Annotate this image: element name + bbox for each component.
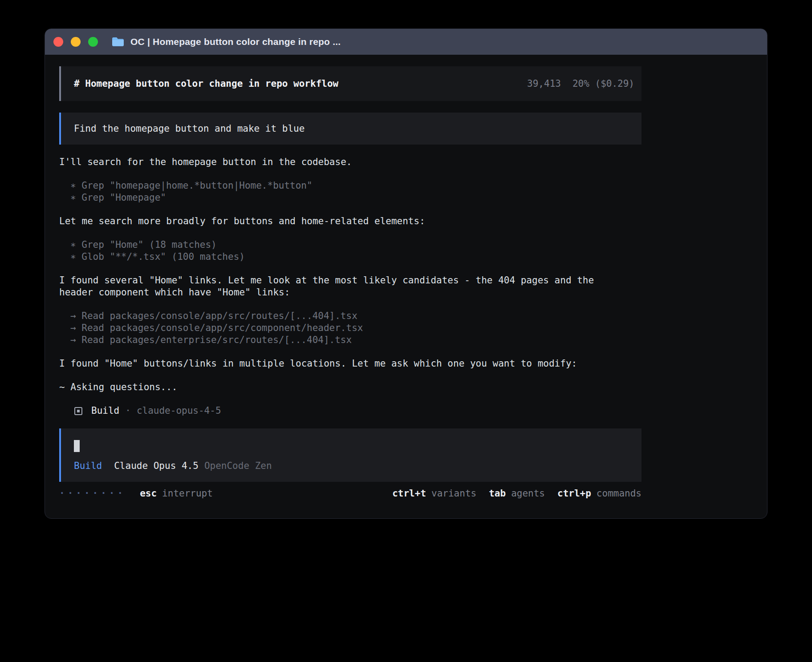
assistant-paragraph: Let me search more broadly for buttons a… [59, 215, 616, 227]
tool-call-read[interactable]: → Read packages/console/app/src/componen… [59, 322, 641, 334]
mode-label[interactable]: Build [74, 460, 102, 472]
interrupt-action-hint: interrupt [162, 488, 213, 500]
shortcut-key: ctrl+p [557, 488, 591, 500]
provider-label: OpenCode Zen [204, 460, 272, 472]
status-bar-right: ctrl+t variants tab agents ctrl+p comman… [392, 488, 641, 500]
spinner-dots-icon: ········ [59, 488, 126, 500]
tool-call-group: → Read packages/console/app/src/routes/[… [59, 310, 641, 346]
tool-call-group: ∗ Grep "homepage|home.*button|Home.*butt… [59, 180, 641, 204]
close-window-button[interactable] [53, 37, 63, 47]
shortcut-key: ctrl+t [392, 488, 426, 500]
status-bar: ········ esc interrupt ctrl+t variants t… [59, 488, 641, 500]
tool-call-grep[interactable]: ∗ Grep "Home" (18 matches) [59, 239, 641, 251]
model-info-bar: Build Claude Opus 4.5 OpenCode Zen [74, 460, 641, 472]
user-message-text: Find the homepage button and make it blu… [74, 123, 304, 135]
terminal-content: # Homepage button color change in repo w… [45, 55, 767, 500]
shortcut-commands: ctrl+p commands [557, 488, 641, 500]
model-label[interactable]: Claude Opus 4.5 [114, 460, 199, 472]
assistant-status: ~ Asking questions... [59, 381, 616, 393]
token-count: 39,413 [527, 78, 561, 90]
esc-key-hint: esc [140, 488, 157, 500]
shortcut-key: tab [489, 488, 506, 500]
agent-build-icon [74, 407, 82, 415]
shortcut-variants: ctrl+t variants [392, 488, 476, 500]
agent-model: claude-opus-4-5 [137, 405, 221, 417]
prompt-input[interactable]: Build Claude Opus 4.5 OpenCode Zen [59, 428, 641, 482]
context-cost: 20% ($0.29) [572, 78, 634, 90]
terminal-window: OC | Homepage button color change in rep… [45, 28, 767, 519]
minimize-window-button[interactable] [71, 37, 81, 47]
assistant-paragraph: I'll search for the homepage button in t… [59, 156, 616, 168]
titlebar[interactable]: OC | Homepage button color change in rep… [45, 29, 767, 55]
window-title: OC | Homepage button color change in rep… [130, 36, 341, 47]
tool-call-read[interactable]: → Read packages/enterprise/src/routes/[.… [59, 334, 641, 346]
shortcut-action: commands [597, 488, 641, 500]
session-header: # Homepage button color change in repo w… [59, 66, 641, 101]
text-cursor [74, 440, 80, 452]
tool-call-group: ∗ Grep "Home" (18 matches) ∗ Glob "**/*.… [59, 239, 641, 263]
agent-separator: · [125, 405, 131, 417]
shortcut-agents: tab agents [489, 488, 545, 500]
tool-call-glob[interactable]: ∗ Glob "**/*.tsx" (100 matches) [59, 251, 641, 263]
status-bar-left: ········ esc interrupt [59, 488, 213, 500]
assistant-paragraph: I found several "Home" links. Let me loo… [59, 274, 616, 299]
assistant-paragraph: I found "Home" buttons/links in multiple… [59, 358, 616, 370]
session-title: # Homepage button color change in repo w… [74, 78, 338, 90]
folder-icon [111, 36, 125, 47]
shortcut-action: agents [511, 488, 545, 500]
tool-call-read[interactable]: → Read packages/console/app/src/routes/[… [59, 310, 641, 322]
shortcut-action: variants [431, 488, 476, 500]
window-controls [53, 37, 98, 47]
agent-name: Build [91, 405, 119, 417]
tool-call-grep[interactable]: ∗ Grep "homepage|home.*button|Home.*butt… [59, 180, 641, 192]
session-stats: 39,413 20% ($0.29) [527, 78, 634, 90]
zoom-window-button[interactable] [88, 37, 98, 47]
user-message: Find the homepage button and make it blu… [59, 113, 641, 145]
tool-call-grep[interactable]: ∗ Grep "Homepage" [59, 192, 641, 204]
agent-info: Build · claude-opus-4-5 [59, 405, 641, 417]
